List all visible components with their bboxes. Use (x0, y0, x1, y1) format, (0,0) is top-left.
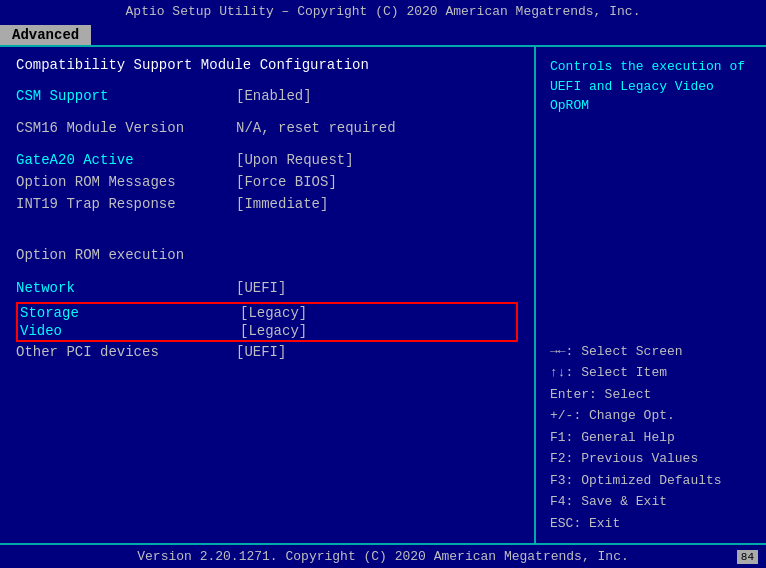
shortcut-esc: ESC: Exit (550, 514, 752, 534)
video-label: Video (20, 323, 240, 339)
csm16-row: CSM16 Module Version N/A, reset required (16, 119, 518, 137)
bottom-text: Version 2.20.1271. Copyright (C) 2020 Am… (137, 549, 628, 564)
video-row[interactable]: Video [Legacy] (18, 322, 516, 340)
option-rom-messages-value: [Force BIOS] (236, 174, 337, 190)
int19-row[interactable]: INT19 Trap Response [Immediate] (16, 195, 518, 213)
option-rom-subtitle: Option ROM execution (16, 247, 518, 263)
other-pci-label: Other PCI devices (16, 344, 236, 360)
spacer1 (16, 109, 518, 119)
gatea20-value: [Upon Request] (236, 152, 354, 168)
video-value: [Legacy] (240, 323, 307, 339)
shortcut-f2: F2: Previous Values (550, 449, 752, 469)
storage-label: Storage (20, 305, 240, 321)
storage-row[interactable]: Storage [Legacy] (18, 304, 516, 322)
left-panel: Compatibility Support Module Configurati… (0, 47, 536, 543)
bios-container: Aptio Setup Utility – Copyright (C) 2020… (0, 0, 766, 568)
other-pci-value: [UEFI] (236, 344, 286, 360)
bottom-corner: 84 (737, 550, 758, 564)
help-text: Controls the execution of UEFI and Legac… (550, 57, 752, 116)
tab-row: Advanced (0, 23, 766, 45)
shortcut-f4: F4: Save & Exit (550, 492, 752, 512)
int19-label: INT19 Trap Response (16, 196, 236, 212)
title-text: Aptio Setup Utility – Copyright (C) 2020… (126, 4, 641, 19)
csm-support-value: [Enabled] (236, 88, 312, 104)
main-content: Compatibility Support Module Configurati… (0, 45, 766, 545)
section-title: Compatibility Support Module Configurati… (16, 57, 518, 73)
tab-advanced[interactable]: Advanced (0, 25, 91, 45)
highlighted-group: Storage [Legacy] Video [Legacy] (16, 302, 518, 342)
int19-value: [Immediate] (236, 196, 328, 212)
other-pci-row[interactable]: Other PCI devices [UEFI] (16, 343, 518, 361)
gatea20-label: GateA20 Active (16, 152, 236, 168)
spacer3 (16, 217, 518, 227)
right-panel: Controls the execution of UEFI and Legac… (536, 47, 766, 543)
title-bar: Aptio Setup Utility – Copyright (C) 2020… (0, 0, 766, 23)
shortcut-select-screen: →←: Select Screen (550, 342, 752, 362)
bottom-bar: Version 2.20.1271. Copyright (C) 2020 Am… (0, 545, 766, 568)
shortcut-select-item: ↑↓: Select Item (550, 363, 752, 383)
option-rom-messages-row[interactable]: Option ROM Messages [Force BIOS] (16, 173, 518, 191)
shortcut-change-opt: +/-: Change Opt. (550, 406, 752, 426)
csm-support-row[interactable]: CSM Support [Enabled] (16, 87, 518, 105)
shortcut-f3: F3: Optimized Defaults (550, 471, 752, 491)
spacer4 (16, 227, 518, 237)
csm16-label: CSM16 Module Version (16, 120, 236, 136)
shortcut-f1: F1: General Help (550, 428, 752, 448)
option-rom-messages-label: Option ROM Messages (16, 174, 236, 190)
storage-value: [Legacy] (240, 305, 307, 321)
network-label: Network (16, 280, 236, 296)
csm16-value: N/A, reset required (236, 120, 396, 136)
gatea20-row[interactable]: GateA20 Active [Upon Request] (16, 151, 518, 169)
network-value: [UEFI] (236, 280, 286, 296)
shortcut-enter-select: Enter: Select (550, 385, 752, 405)
csm-support-label: CSM Support (16, 88, 236, 104)
shortcut-section: →←: Select Screen ↑↓: Select Item Enter:… (550, 342, 752, 534)
network-row[interactable]: Network [UEFI] (16, 279, 518, 297)
spacer2 (16, 141, 518, 151)
spacer5 (16, 269, 518, 279)
